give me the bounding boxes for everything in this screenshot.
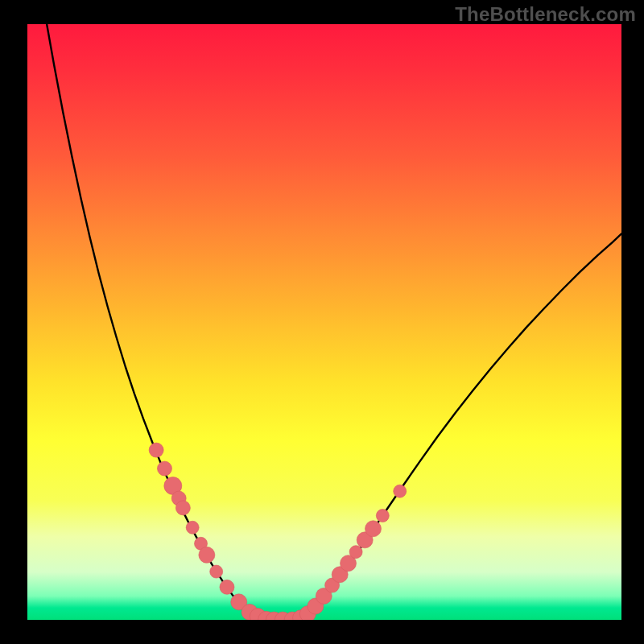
chart-plot-area bbox=[27, 24, 621, 620]
chart-frame: TheBottleneck.com bbox=[0, 0, 644, 644]
watermark-label: TheBottleneck.com bbox=[455, 3, 636, 26]
